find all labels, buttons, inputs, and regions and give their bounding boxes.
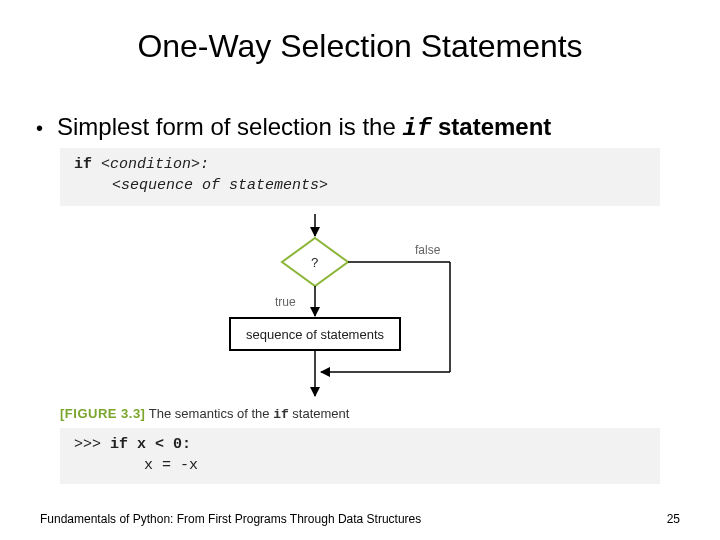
example-line-1: >>> if x < 0: <box>74 434 646 455</box>
caption-code: if <box>273 407 289 422</box>
footer-text: Fundamentals of Python: From First Progr… <box>40 512 421 526</box>
syntax-rest: <condition>: <box>92 156 209 173</box>
page-number: 25 <box>667 512 680 526</box>
bullet-suffix: statement <box>431 113 551 140</box>
example-kw: if x < 0: <box>110 436 191 453</box>
false-label: false <box>415 243 441 257</box>
true-label: true <box>275 295 296 309</box>
sequence-box-label: sequence of statements <box>246 327 385 342</box>
caption-suffix: statement <box>289 406 350 421</box>
bullet-prefix: Simplest form of selection is the <box>57 113 402 140</box>
bullet-code: if <box>402 115 431 142</box>
figure-label: [FIGURE 3.3] <box>60 406 145 421</box>
figure-caption: [FIGURE 3.3] The semantics of the if sta… <box>60 406 720 422</box>
bullet-item: • Simplest form of selection is the if s… <box>0 113 720 142</box>
slide: One-Way Selection Statements • Simplest … <box>0 0 720 540</box>
prompt: >>> <box>74 436 110 453</box>
example-line-2: x = -x <box>74 455 646 476</box>
syntax-line-2: <sequence of statements> <box>74 175 646 196</box>
bullet-text: Simplest form of selection is the if sta… <box>57 113 551 142</box>
syntax-line-1: if <condition>: <box>74 154 646 175</box>
caption-prefix: The semantics of the <box>145 406 273 421</box>
bullet-marker: • <box>36 117 43 140</box>
example-box: >>> if x < 0: x = -x <box>60 428 660 484</box>
flow-diagram: ? true false sequence of statements <box>60 214 660 398</box>
slide-title: One-Way Selection Statements <box>0 0 720 65</box>
syntax-kw-if: if <box>74 156 92 173</box>
syntax-box: if <condition>: <sequence of statements> <box>60 148 660 206</box>
diamond-label: ? <box>311 256 319 271</box>
